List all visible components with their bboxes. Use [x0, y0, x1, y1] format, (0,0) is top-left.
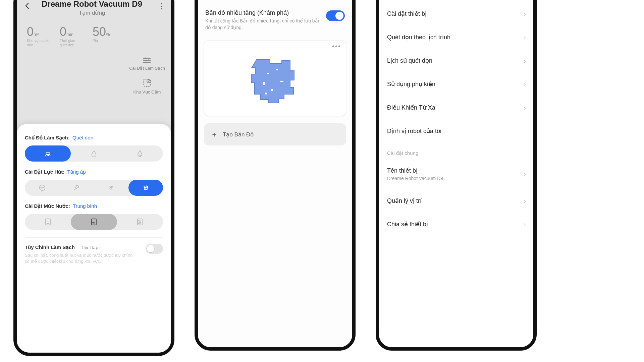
svg-rect-18: [271, 89, 273, 91]
phone-main-control: Dreame Robot Vacuum D9 Tạm dừng ⋮ 0m² Kh…: [13, 0, 174, 356]
sliders-icon: [143, 57, 151, 64]
sweep-icon: [44, 149, 52, 158]
stat-battery: 50% Pin: [93, 26, 110, 47]
custom-cleaning-row: Tùy Chỉnh Làm Sạch Thiết lập › Sau khi b…: [25, 237, 163, 264]
svg-rect-11: [46, 219, 50, 225]
cleaning-mode-sheet: Chế Độ Làm Sạch: Quét dọn Cài Đặt Lực: [17, 124, 171, 353]
no-go-zone-button[interactable]: Khu Vực Cấm: [133, 78, 161, 95]
suction-selector: [25, 180, 163, 196]
cleaning-settings-button[interactable]: Cài Đặt Làm Sạch: [129, 57, 165, 71]
svg-rect-16: [267, 73, 269, 74]
custom-cleaning-setup-link[interactable]: Thiết lập ›: [81, 245, 101, 250]
svg-point-5: [145, 62, 147, 63]
drop-icon: [90, 150, 98, 157]
chevron-right-icon: ›: [524, 34, 526, 41]
fan-low-icon: [73, 184, 80, 191]
chevron-right-icon: ›: [524, 221, 526, 228]
suction-quiet-button[interactable]: [25, 180, 59, 196]
settings-item-device-name[interactable]: Tên thiết bị Dreame Robot Vacuum D9 ›: [379, 159, 533, 189]
settings-item-schedule[interactable]: Quét dọn theo lịch trình ›: [379, 25, 533, 49]
water-mid-button[interactable]: [71, 214, 117, 230]
phone-map-management: Quản lý bản đồ i Bản đồ nhiều tầng (Khám…: [195, 0, 356, 351]
water-selector: [25, 214, 163, 230]
chevron-right-icon: ›: [524, 57, 526, 65]
water-low-button[interactable]: [25, 214, 71, 230]
water-label: Cài Đặt Mức Nước: Trung bình: [25, 203, 163, 209]
create-map-button[interactable]: ＋ Tạo Bản Đồ: [204, 123, 346, 145]
svg-rect-17: [276, 69, 278, 70]
multi-floor-toggle[interactable]: [326, 10, 345, 21]
cleaning-mode-selector: [25, 145, 163, 162]
mode-mop-button[interactable]: [71, 145, 117, 162]
dimmed-background: Dreame Robot Vacuum D9 Tạm dừng ⋮ 0m² Kh…: [17, 0, 171, 353]
svg-rect-19: [280, 81, 283, 82]
mode-both-button[interactable]: [117, 145, 163, 162]
chevron-right-icon: ›: [524, 197, 526, 205]
chevron-right-icon: ›: [524, 170, 526, 178]
quiet-icon: [39, 184, 46, 191]
water-high-button[interactable]: [117, 214, 163, 230]
drop-swirl-icon: [136, 149, 144, 158]
phone-settings: Cài đặt chức năng Cài đặt thiết bị › Qué…: [376, 0, 537, 351]
map-card[interactable]: •••: [204, 40, 346, 116]
water-high-icon: [136, 218, 144, 226]
more-icon[interactable]: ⋮: [158, 2, 164, 11]
no-go-icon: [142, 78, 152, 87]
svg-point-4: [148, 60, 150, 61]
svg-point-21: [265, 92, 267, 95]
suction-label: Cài Đặt Lực Hút: Tăng áp: [25, 169, 163, 175]
svg-line-8: [148, 80, 150, 82]
settings-item-device[interactable]: Cài đặt thiết bị ›: [379, 2, 533, 25]
multi-floor-title: Bản đồ nhiều tầng (Khám phá): [205, 9, 321, 16]
device-title: Dreame Robot Vacuum D9: [26, 0, 158, 9]
suction-standard-button[interactable]: [59, 180, 94, 196]
suction-turbo-button[interactable]: [128, 180, 163, 196]
floor-map-icon: [247, 53, 304, 110]
stat-area: 0m² Khu vực quét dọn: [27, 26, 50, 47]
chevron-right-icon: ›: [524, 10, 526, 18]
custom-cleaning-title: Tùy Chỉnh Làm Sạch: [25, 244, 75, 250]
settings-item-location[interactable]: Quản lý vị trí ›: [379, 189, 533, 213]
multi-floor-row: Bản đồ nhiều tầng (Khám phá) Khi tắt côn…: [198, 2, 352, 34]
stat-time: 0min Thời gian quét dọn: [60, 26, 83, 47]
multi-floor-desc: Khi tắt công tắc Bản đồ nhiều tầng, chỉ …: [205, 18, 321, 31]
cleaning-mode-label: Chế Độ Làm Sạch: Quét dọn: [25, 135, 163, 141]
section-general-title: Cài đặt chung: [379, 143, 533, 159]
custom-cleaning-toggle[interactable]: [146, 244, 163, 254]
settings-item-accessories[interactable]: Sử dụng phụ kiện ›: [379, 72, 533, 96]
settings-item-remote[interactable]: Điều Khiển Từ Xa ›: [379, 96, 533, 119]
status-subtitle: Tạm dừng: [26, 9, 158, 16]
chevron-right-icon: ›: [524, 80, 526, 88]
custom-cleaning-desc: Sau khi bật, công suất hút và mức nước đ…: [25, 252, 136, 264]
mode-sweep-button[interactable]: [25, 145, 71, 162]
svg-rect-20: [263, 82, 265, 85]
suction-strong-button[interactable]: [94, 180, 128, 196]
settings-item-locate[interactable]: Định vị robot của tôi: [379, 119, 533, 143]
water-mid-icon: [90, 218, 98, 226]
settings-item-history[interactable]: Lịch sử quét dọn ›: [379, 49, 533, 72]
create-map-label: Tạo Bản Đồ: [223, 131, 254, 138]
settings-item-share[interactable]: Chia sẻ thiết bị ›: [379, 213, 533, 236]
device-name-value: Dreame Robot Vacuum D9: [387, 176, 525, 181]
water-low-icon: [44, 218, 52, 226]
map-card-more-icon[interactable]: •••: [332, 43, 341, 50]
fan-mid-icon: [108, 184, 115, 191]
chevron-right-icon: ›: [524, 104, 526, 112]
fan-turbo-icon: [142, 184, 150, 192]
plus-icon: ＋: [211, 129, 218, 139]
svg-point-3: [145, 58, 146, 59]
